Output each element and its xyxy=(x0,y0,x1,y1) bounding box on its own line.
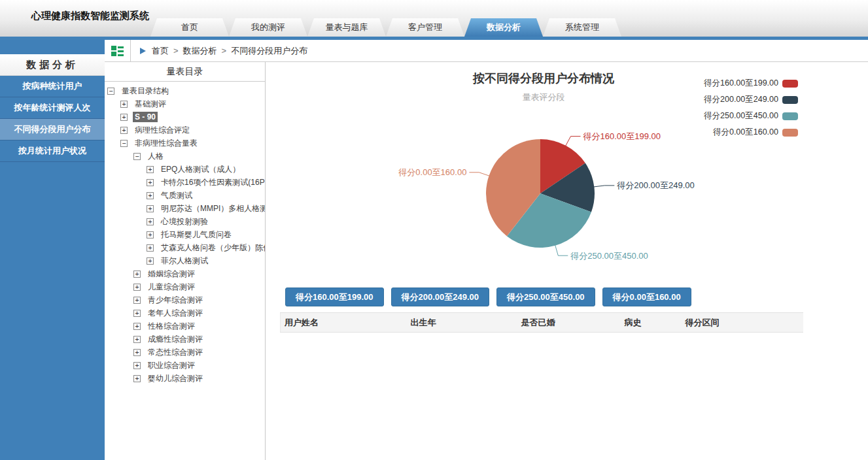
tree-item-label: 量表目录结构 xyxy=(120,85,171,97)
tree-item-label: 人格 xyxy=(146,150,165,163)
tree-toggle-icon[interactable]: + xyxy=(133,284,141,291)
score-range-filter-button[interactable]: 得分0.00至160.00 xyxy=(602,288,691,306)
sidebar-item-label: 不同得分段用户分布 xyxy=(14,124,91,134)
breadcrumb-separator: > xyxy=(222,46,227,56)
user-table-column-header: 出生年 xyxy=(407,313,517,333)
tree-item[interactable]: + 心境投射测验 xyxy=(105,215,265,228)
nav-tab[interactable]: 数据分析 xyxy=(464,18,543,37)
tree-item[interactable]: + EPQ人格测试（成人） xyxy=(105,163,265,176)
legend-swatch xyxy=(782,80,798,88)
tree-toggle-icon[interactable]: + xyxy=(120,127,128,134)
tree-toggle-icon[interactable]: + xyxy=(120,114,128,121)
sidebar-item-label: 按年龄统计测评人次 xyxy=(14,103,91,112)
tree-toggle-icon[interactable]: + xyxy=(147,231,154,238)
tree-toggle-icon[interactable]: + xyxy=(147,205,154,212)
tree-item-label: 明尼苏达（MMPI）多相人格测试 xyxy=(159,203,265,215)
sidebar-item[interactable]: 不同得分段用户分布 xyxy=(0,119,105,140)
breadcrumb-link[interactable]: 首页 xyxy=(152,46,169,56)
tree-item[interactable]: + 气质测试 xyxy=(105,189,265,202)
legend-item[interactable]: 得分160.00至199.00 xyxy=(704,75,798,91)
tree-toggle-icon[interactable]: + xyxy=(147,218,154,225)
legend-item[interactable]: 得分0.00至160.00 xyxy=(713,124,798,140)
score-range-filter-button[interactable]: 得分250.00至450.00 xyxy=(496,288,595,306)
scale-catalog-tree: − 量表目录结构 + 基础测评 + S - 90 + 病理性综合评定 xyxy=(105,82,265,385)
tree-item-label: 老年人综合测评 xyxy=(146,307,205,320)
pie-label-3: 得分0.00至160.00 xyxy=(398,167,466,177)
tree-item[interactable]: + 婚姻综合测评 xyxy=(105,267,265,280)
pie-label-0: 得分160.00至199.00 xyxy=(583,131,661,141)
list-grid-icon-cell[interactable] xyxy=(105,40,131,61)
tree-item[interactable]: + 托马斯婴儿气质问卷 xyxy=(105,228,265,241)
tree-toggle-icon[interactable]: + xyxy=(133,349,141,356)
tree-item-label: 卡特尔16项个性因素测试(16PF) xyxy=(159,176,265,189)
score-range-filter-button[interactable]: 得分160.00至199.00 xyxy=(285,288,384,306)
tree-item[interactable]: + 艾森克人格问卷（少年版）陈仲庚 xyxy=(105,241,265,254)
tree-item[interactable]: + 卡特尔16项个性因素测试(16PF) xyxy=(105,176,265,189)
tree-toggle-icon[interactable]: + xyxy=(133,375,141,382)
tree-item[interactable]: + 老年人综合测评 xyxy=(105,306,265,320)
nav-tab[interactable]: 首页 xyxy=(150,18,229,37)
tree-toggle-icon[interactable]: + xyxy=(147,257,154,265)
tree-item[interactable]: + S - 90 xyxy=(105,110,265,123)
tree-toggle-icon[interactable]: − xyxy=(120,140,128,147)
tree-toggle-icon[interactable]: + xyxy=(133,297,141,304)
tree-toggle-icon[interactable]: − xyxy=(133,153,141,160)
tree-item[interactable]: + 病理性综合评定 xyxy=(105,123,265,137)
tree-toggle-icon[interactable]: + xyxy=(133,323,141,330)
tree-toggle-icon[interactable]: + xyxy=(120,101,128,108)
tree-item[interactable]: − 量表目录结构 xyxy=(105,84,265,97)
legend-item[interactable]: 得分200.00至249.00 xyxy=(704,91,798,108)
nav-tab[interactable]: 我的测评 xyxy=(229,18,307,37)
legend-label: 得分0.00至160.00 xyxy=(713,127,778,138)
nav-tab[interactable]: 客户管理 xyxy=(386,18,464,37)
pie-label-line-1 xyxy=(593,186,614,187)
legend-swatch xyxy=(782,129,798,137)
nav-tab-label: 首页 xyxy=(150,18,229,37)
nav-tab-label: 量表与题库 xyxy=(307,18,386,37)
user-table-column-header: 用户姓名 xyxy=(281,313,407,333)
nav-tab-label: 我的测评 xyxy=(229,18,307,37)
breadcrumb-separator: > xyxy=(173,46,179,56)
sidebar-item[interactable]: 按年龄统计测评人次 xyxy=(0,97,105,119)
tree-item[interactable]: + 常态性综合测评 xyxy=(105,346,265,359)
sidebar-item[interactable]: 按月统计用户状况 xyxy=(0,140,105,162)
tree-toggle-icon[interactable]: − xyxy=(107,88,114,95)
breadcrumb-link[interactable]: 不同得分段用户分布 xyxy=(231,46,307,56)
tree-toggle-icon[interactable]: + xyxy=(147,166,154,173)
pie-label-line-0 xyxy=(566,137,581,146)
main-content: 按不同得分段用户分布情况 量表评分段 得分160.00至199.00得分200.… xyxy=(266,62,868,460)
tree-item[interactable]: + 性格综合测评 xyxy=(105,320,265,333)
tree-item[interactable]: + 职业综合测评 xyxy=(105,359,265,372)
tree-toggle-icon[interactable]: + xyxy=(133,362,141,369)
score-range-filter-button[interactable]: 得分200.00至249.00 xyxy=(391,288,490,306)
tree-item[interactable]: − 非病理性综合量表 xyxy=(105,137,265,150)
sidebar-title: 数据分析 xyxy=(0,54,105,76)
tree-toggle-icon[interactable]: + xyxy=(147,179,154,186)
sidebar-item-label: 按月统计用户状况 xyxy=(18,146,86,156)
tree-item[interactable]: + 成瘾性综合测评 xyxy=(105,333,265,346)
tree-item[interactable]: + 菲尔人格测试 xyxy=(105,254,265,267)
tree-item[interactable]: + 基础测评 xyxy=(105,97,265,110)
sidebar-item[interactable]: 按病种统计用户 xyxy=(0,76,105,97)
tree-item[interactable]: + 明尼苏达（MMPI）多相人格测试 xyxy=(105,202,265,215)
sidebar-top-strip xyxy=(0,40,105,54)
tree-toggle-icon[interactable]: + xyxy=(147,244,154,252)
tree-item[interactable]: + 婴幼儿综合测评 xyxy=(105,372,265,385)
tree-toggle-icon[interactable]: + xyxy=(147,192,154,199)
tree-item[interactable]: − 人格 xyxy=(105,150,265,163)
tree-item-label: 职业综合测评 xyxy=(146,359,197,372)
legend-swatch xyxy=(782,112,798,120)
breadcrumb-link[interactable]: 数据分析 xyxy=(183,46,217,56)
sidebar-item-label: 按病种统计用户 xyxy=(23,81,82,91)
legend-item[interactable]: 得分250.00至450.00 xyxy=(704,108,798,124)
nav-tab[interactable]: 量表与题库 xyxy=(307,18,386,37)
tree-item[interactable]: + 青少年综合测评 xyxy=(105,293,265,306)
tree-toggle-icon[interactable]: + xyxy=(133,336,141,343)
tree-toggle-icon[interactable]: + xyxy=(133,271,141,278)
tree-item-label: 托马斯婴儿气质问卷 xyxy=(159,229,234,241)
nav-tab[interactable]: 系统管理 xyxy=(543,18,621,37)
tree-item[interactable]: + 儿童综合测评 xyxy=(105,280,265,293)
nav-tab-label: 系统管理 xyxy=(543,18,621,37)
tree-toggle-icon[interactable]: + xyxy=(133,310,141,317)
tree-item-label: 非病理性综合量表 xyxy=(133,137,200,150)
